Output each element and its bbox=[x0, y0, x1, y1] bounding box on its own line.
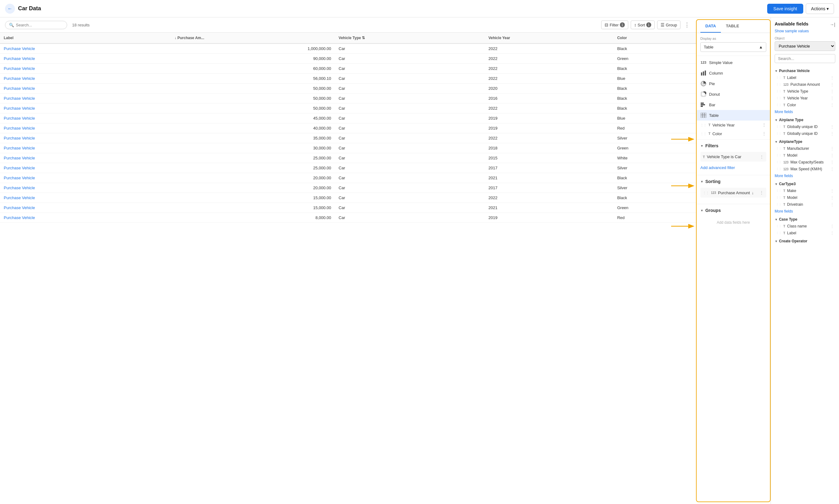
available-field-row[interactable]: ⋮⋮ 123 Max Speed (KM/H) ⋮ bbox=[775, 166, 835, 173]
cell-label: Purchase Vehicle bbox=[0, 203, 171, 213]
cell-year: 2020 bbox=[485, 84, 613, 93]
results-count: 18 results bbox=[72, 23, 90, 28]
available-field-row[interactable]: ⋮⋮ T Make ⋮ bbox=[775, 187, 835, 194]
groups-header[interactable]: ▼ Groups bbox=[697, 204, 770, 217]
table-row: Purchase Vehicle 60,000.00 Car 2022 Blac… bbox=[0, 64, 696, 74]
more-options-button[interactable]: ⋮ bbox=[683, 21, 691, 28]
field-more-icon[interactable]: ⋮ bbox=[830, 167, 834, 171]
field-name: Vehicle Type bbox=[787, 89, 828, 93]
sort-more-icon[interactable]: ⋮ bbox=[760, 190, 764, 195]
field-more-icon[interactable]: ⋮ bbox=[762, 122, 766, 127]
filters-header[interactable]: ▼ Filters bbox=[697, 140, 770, 152]
available-field-row[interactable]: ⋮⋮ T Label ⋮ bbox=[775, 74, 835, 81]
search-input[interactable] bbox=[16, 23, 63, 28]
cell-label: Purchase Vehicle bbox=[0, 43, 171, 54]
svg-rect-11 bbox=[701, 113, 706, 118]
table-row: Purchase Vehicle 25,000.00 Car 2015 Whit… bbox=[0, 153, 696, 163]
toggle-icon[interactable]: ▼ bbox=[775, 119, 778, 122]
chart-type-pie[interactable]: Pie bbox=[697, 78, 770, 89]
drag-handle-icon: ⋮⋮ bbox=[776, 132, 782, 135]
cell-amount: 45,000.00 bbox=[171, 113, 335, 123]
field-name: Model bbox=[787, 153, 828, 158]
pie-chart-icon bbox=[700, 80, 707, 87]
field-more-icon[interactable]: ⋮ bbox=[830, 131, 834, 136]
cell-color: Black bbox=[613, 43, 696, 54]
chart-type-bar[interactable]: Bar bbox=[697, 100, 770, 110]
table-row: Purchase Vehicle 50,000.00 Car 2020 Blac… bbox=[0, 84, 696, 93]
more-fields-link[interactable]: More fields bbox=[775, 208, 835, 215]
group-button[interactable]: ☰ Group bbox=[657, 20, 680, 29]
available-field-row[interactable]: ⋮⋮ T Class name ⋮ bbox=[775, 223, 835, 230]
drag-handle-icon: ⋮⋮ bbox=[776, 147, 782, 150]
sort-button[interactable]: ↕ Sort 1 bbox=[631, 20, 655, 29]
more-fields-link[interactable]: More fields bbox=[775, 173, 835, 179]
filter-more-icon[interactable]: ⋮ bbox=[760, 155, 764, 159]
display-as-select[interactable]: Table ▲ bbox=[700, 42, 766, 52]
back-button[interactable]: ← bbox=[5, 4, 15, 14]
available-field-row[interactable]: ⋮⋮ T Globally unique ID ⋮ bbox=[775, 123, 835, 130]
available-field-row[interactable]: ⋮⋮ T Color ⋮ bbox=[775, 102, 835, 108]
field-more-icon[interactable]: ⋮ bbox=[830, 125, 834, 129]
cell-color: Black bbox=[613, 173, 696, 183]
chart-type-column[interactable]: Column bbox=[697, 68, 770, 78]
tab-data[interactable]: DATA bbox=[700, 20, 721, 33]
available-field-row[interactable]: ⋮⋮ T Vehicle Year ⋮ bbox=[775, 95, 835, 102]
available-field-row[interactable]: ⋮⋮ 123 Max Capacity/Seats ⋮ bbox=[775, 159, 835, 166]
field-more-icon[interactable]: ⋮ bbox=[830, 153, 834, 158]
actions-button[interactable]: Actions ▾ bbox=[806, 3, 834, 14]
add-filter-link[interactable]: Add advanced filter bbox=[700, 164, 766, 171]
toggle-icon[interactable]: ▼ bbox=[775, 182, 778, 186]
available-field-row[interactable]: ⋮⋮ T Globally unique ID ⋮ bbox=[775, 130, 835, 137]
filter-button[interactable]: ⊟ Filter 1 bbox=[601, 20, 628, 29]
available-field-row[interactable]: ⋮⋮ 123 Purchase Amount ⋮ bbox=[775, 81, 835, 88]
available-field-row[interactable]: ⋮⋮ T Label ⋮ bbox=[775, 230, 835, 236]
field-type-icon: T bbox=[783, 97, 785, 100]
more-fields-link[interactable]: More fields bbox=[775, 108, 835, 115]
sorting-header[interactable]: ▼ Sorting bbox=[697, 175, 770, 188]
sorting-section: ▼ Sorting ⋮⋮ 123 Purchase Amount ↓ ⋮ bbox=[697, 175, 770, 204]
chart-type-table[interactable]: Table bbox=[697, 110, 770, 121]
toggle-icon[interactable]: ▼ bbox=[775, 140, 778, 144]
chart-type-simple-value[interactable]: 123 Simple Value bbox=[697, 57, 770, 68]
cell-label: Purchase Vehicle bbox=[0, 64, 171, 74]
cell-label: Purchase Vehicle bbox=[0, 104, 171, 113]
table-header: Label ↓ Purchase Am... Vehicle Type ⇅ Ve… bbox=[0, 33, 696, 43]
available-field-row[interactable]: ⋮⋮ T Model ⋮ bbox=[775, 152, 835, 159]
search-box[interactable]: 🔍 bbox=[5, 21, 67, 29]
available-field-row[interactable]: ⋮⋮ T Drivetrain ⋮ bbox=[775, 201, 835, 208]
expand-panel-icon[interactable]: →| bbox=[830, 22, 835, 27]
tab-table[interactable]: TABLE bbox=[721, 20, 744, 33]
field-more-icon[interactable]: ⋮ bbox=[830, 75, 834, 80]
field-more-icon[interactable]: ⋮ bbox=[830, 82, 834, 87]
table-row: Purchase Vehicle 50,000.00 Car 2022 Blac… bbox=[0, 104, 696, 113]
available-field-row[interactable]: ⋮⋮ T Vehicle Type ⋮ bbox=[775, 88, 835, 95]
save-insight-button[interactable]: Save insight bbox=[767, 4, 803, 14]
data-table-wrapper[interactable]: Label ↓ Purchase Am... Vehicle Type ⇅ Ve… bbox=[0, 33, 696, 504]
toggle-icon[interactable]: ▼ bbox=[775, 69, 778, 73]
field-more-icon[interactable]: ⋮ bbox=[830, 224, 834, 228]
available-field-row[interactable]: ⋮⋮ T Model ⋮ bbox=[775, 194, 835, 201]
field-more-icon[interactable]: ⋮ bbox=[830, 231, 834, 235]
table-row: Purchase Vehicle 25,000.00 Car 2017 Silv… bbox=[0, 163, 696, 173]
field-more-icon[interactable]: ⋮ bbox=[830, 160, 834, 164]
field-more-icon[interactable]: ⋮ bbox=[830, 146, 834, 151]
cell-label: Purchase Vehicle bbox=[0, 93, 171, 104]
cell-amount: 90,000.00 bbox=[171, 54, 335, 64]
toggle-icon[interactable]: ▼ bbox=[775, 239, 778, 243]
show-sample-link[interactable]: Show sample values bbox=[775, 29, 835, 33]
cell-type: Car bbox=[335, 213, 485, 223]
field-more-icon[interactable]: ⋮ bbox=[762, 131, 766, 136]
field-more-icon[interactable]: ⋮ bbox=[830, 188, 834, 193]
field-more-icon[interactable]: ⋮ bbox=[830, 202, 834, 206]
field-more-icon[interactable]: ⋮ bbox=[830, 89, 834, 93]
group-icon: ☰ bbox=[661, 22, 665, 28]
chart-type-donut[interactable]: Donut bbox=[697, 89, 770, 100]
fields-search-input[interactable] bbox=[775, 54, 835, 63]
field-more-icon[interactable]: ⋮ bbox=[830, 195, 834, 200]
field-more-icon[interactable]: ⋮ bbox=[830, 103, 834, 107]
object-select[interactable]: Purchase Vehicle bbox=[775, 41, 835, 51]
cell-year: 2019 bbox=[485, 113, 613, 123]
field-more-icon[interactable]: ⋮ bbox=[830, 96, 834, 101]
toggle-icon[interactable]: ▼ bbox=[775, 218, 778, 221]
available-field-row[interactable]: ⋮⋮ T Manufacturer ⋮ bbox=[775, 145, 835, 152]
